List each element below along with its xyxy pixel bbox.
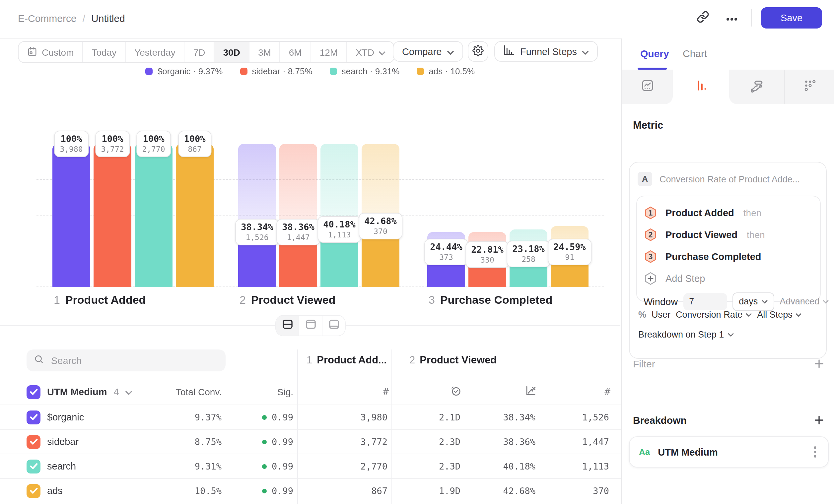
chart-settings-button[interactable] — [468, 41, 488, 62]
cell-conv-pct: 40.18% — [464, 461, 540, 472]
bar-search-step3[interactable]: 23.18%258 — [509, 144, 547, 287]
cell-step1-count: 3,772 — [297, 436, 392, 447]
chart-type-flow-tab[interactable] — [729, 70, 785, 104]
row-checkbox[interactable] — [26, 435, 41, 449]
select-all-checkbox[interactable] — [26, 385, 41, 399]
breadcrumb-title[interactable]: Untitled — [91, 13, 125, 24]
breakdown-step-select[interactable]: Breakdown on Step 1 — [638, 329, 734, 340]
metric-letter-badge: A — [638, 172, 652, 186]
measure-metric-select[interactable]: Conversion Rate — [676, 310, 752, 320]
date-range-3m[interactable]: 3M — [249, 42, 280, 62]
kebab-menu-icon[interactable] — [811, 444, 819, 460]
chart-type-retention-tab[interactable] — [785, 70, 834, 104]
add-filter-button[interactable] — [814, 359, 824, 369]
legend-item-search[interactable]: search · 9.31% — [330, 66, 400, 76]
date-range-today[interactable]: Today — [83, 42, 126, 62]
legend-item-ads[interactable]: ads · 10.5% — [417, 66, 475, 76]
cell-sig: 0.99 — [225, 412, 297, 422]
link-icon — [696, 10, 709, 25]
layout-split-button[interactable] — [276, 316, 299, 336]
row-checkbox[interactable] — [26, 459, 41, 473]
avg-time-column-header[interactable] — [392, 385, 464, 399]
compare-button[interactable]: Compare — [393, 41, 463, 62]
cell-avg-time: 2.3D — [392, 461, 464, 472]
table-row-search[interactable]: search9.31%0.992,7702.3D40.18%1,113 — [0, 454, 627, 478]
table-row-sidebar[interactable]: sidebar8.75%0.993,7722.3D38.36%1,447 — [0, 429, 627, 454]
add-step-button[interactable]: Add Step — [643, 267, 813, 289]
table-search[interactable] — [26, 349, 225, 371]
bar-value-label: 38.36%1,447 — [276, 219, 321, 245]
save-button[interactable]: Save — [761, 7, 822, 28]
date-range-6m[interactable]: 6M — [280, 42, 311, 62]
table-row-organic[interactable]: $organic9.37%0.993,9802.1D38.34%1,526 — [0, 405, 627, 429]
tab-query[interactable]: Query — [640, 48, 669, 59]
window-unit-select[interactable]: days — [732, 292, 774, 311]
bar-organic-step1[interactable]: 100%3,980 — [52, 144, 90, 287]
step-axis-label: 1Product Added — [54, 294, 146, 307]
date-range-label: Custom — [42, 47, 74, 58]
step1-count-column-header[interactable]: # — [297, 386, 392, 398]
bar-sidebar-step3[interactable]: 22.81%330 — [468, 144, 506, 287]
chart-type-tabs — [622, 70, 834, 104]
chart-type-line-tab[interactable] — [622, 70, 673, 104]
measure-scope-select[interactable]: All Steps — [757, 310, 802, 320]
breakdown-property-card[interactable]: Aa UTM Medium — [629, 436, 829, 467]
date-range-custom[interactable]: Custom — [19, 42, 83, 62]
funnel-step-2[interactable]: 2 Product Viewed then — [643, 224, 813, 245]
bar-sidebar-step1[interactable]: 100%3,772 — [93, 144, 131, 287]
total-conv-column-header[interactable]: Total Conv. — [173, 387, 225, 397]
bar-sidebar-step2[interactable]: 38.36%1,447 — [279, 144, 317, 287]
layout-table-button[interactable] — [323, 316, 345, 336]
advanced-toggle[interactable]: Advanced — [780, 296, 829, 306]
bar-search-step2[interactable]: 40.18%1,113 — [321, 144, 358, 287]
legend-item-sidebar[interactable]: sidebar · 8.75% — [240, 66, 312, 76]
step-number-badge: 1 — [643, 205, 658, 220]
add-breakdown-button[interactable] — [814, 415, 824, 425]
bar-value-label: 40.18%1,113 — [317, 216, 361, 243]
date-range-12m[interactable]: 12M — [311, 42, 347, 62]
date-range-xtd[interactable]: XTD — [347, 42, 394, 62]
calendar-icon — [27, 46, 37, 58]
funnel-step-1[interactable]: 1 Product Added then — [643, 202, 813, 224]
bar-value-label: 100%867 — [178, 131, 211, 157]
conversion-pct-column-header[interactable] — [464, 385, 540, 399]
bar-ads-step2[interactable]: 42.68%370 — [361, 144, 399, 287]
sig-column-header[interactable]: Sig. — [225, 387, 297, 397]
step2-count-column-header[interactable]: # — [540, 386, 613, 398]
legend-item-organic[interactable]: $organic · 9.37% — [146, 66, 223, 76]
bar-value-label: 22.81%330 — [465, 241, 509, 268]
bar-organic-step2[interactable]: 38.34%1,526 — [238, 144, 276, 287]
funnel-step-3[interactable]: 3 Purchase Completed — [643, 245, 813, 267]
sig-dot-icon — [262, 415, 267, 419]
cell-conv-pct: 38.34% — [464, 412, 540, 422]
breakdown-column-header[interactable]: UTM Medium — [47, 387, 107, 397]
chart-view-selector[interactable]: Funnel Steps — [494, 41, 598, 62]
more-options-button[interactable] — [722, 8, 742, 28]
bar-ads-step1[interactable]: 100%867 — [176, 144, 214, 287]
window-value-input[interactable] — [683, 293, 727, 310]
search-input[interactable] — [50, 354, 218, 366]
bar-search-step1[interactable]: 100%2,770 — [135, 144, 173, 287]
filter-heading: Filter — [633, 358, 655, 369]
app-window: E-Commerce / Untitled Save — [0, 0, 834, 504]
breadcrumb-project[interactable]: E-Commerce — [18, 13, 76, 24]
chevron-down-icon[interactable] — [126, 387, 132, 397]
bar-ads-step3[interactable]: 24.59%91 — [551, 144, 589, 287]
table-row-ads[interactable]: ads10.5%0.998671.9D42.68%370 — [0, 478, 627, 503]
metric-title-row[interactable]: A Conversion Rate of Product Adde... — [638, 172, 819, 186]
row-checkbox[interactable] — [26, 410, 41, 424]
bar-organic-step3[interactable]: 24.44%373 — [427, 144, 465, 287]
measure-user[interactable]: User — [652, 310, 671, 320]
row-checkbox[interactable] — [26, 484, 41, 498]
chart-type-funnel-tab[interactable] — [673, 70, 729, 104]
tab-chart[interactable]: Chart — [683, 48, 707, 59]
date-range-30d[interactable]: 30D — [215, 42, 249, 62]
date-range-yesterday[interactable]: Yesterday — [126, 42, 185, 62]
date-range-7d[interactable]: 7D — [185, 42, 215, 62]
row-name: sidebar — [47, 436, 79, 447]
layout-chart-button[interactable] — [299, 316, 323, 336]
cell-step2-count: 1,526 — [540, 412, 613, 422]
cell-sig: 0.99 — [225, 485, 297, 496]
share-link-button[interactable] — [693, 8, 712, 28]
funnel-chart: 0%25%50%75%100%3,980100%3,772100%2,77010… — [37, 144, 617, 287]
